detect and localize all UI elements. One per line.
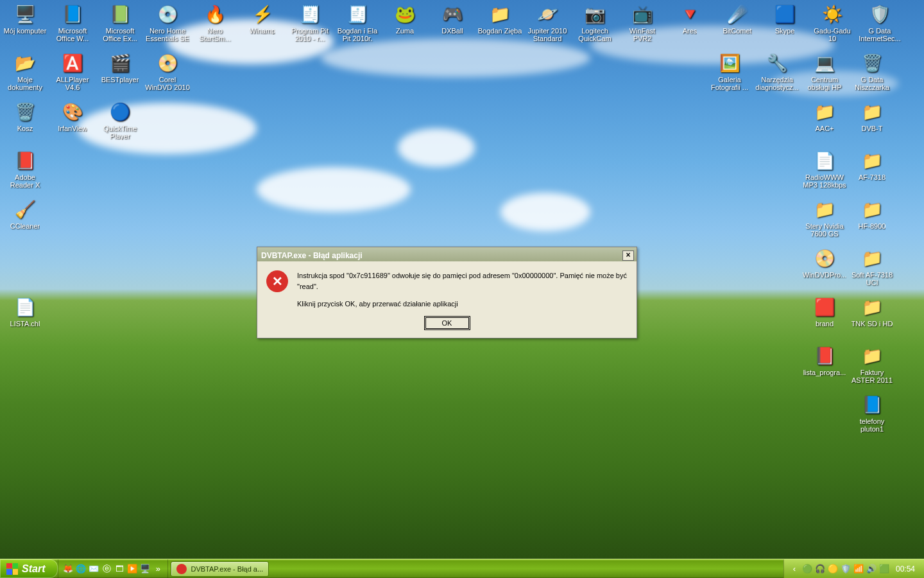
icon-label: WinDVDPro... xyxy=(803,271,846,279)
icon-label: AAC+ xyxy=(815,125,834,132)
file-icon: 💻 xyxy=(813,51,836,74)
desktop-icon[interactable]: 📄LISTA.chl xyxy=(1,294,49,329)
desktop-icon[interactable]: 🔧Narzędzia diagnostycz... xyxy=(753,50,801,92)
tray-icon[interactable]: 🛡️ xyxy=(841,564,851,574)
desktop-icon[interactable]: 📄RadioWWW MP3 128kbps xyxy=(801,148,848,190)
desktop-icon[interactable]: 📺WinFast PVR2 xyxy=(619,1,666,44)
desktop-icon[interactable]: 📀Corel WinDVD 2010 xyxy=(144,50,191,92)
file-icon: 🔻 xyxy=(678,3,701,26)
icon-label: ALLPlayer V4.6 xyxy=(50,76,95,91)
file-icon: 🧾 xyxy=(298,3,321,26)
desktop-icon[interactable]: 🛡️G Data InternetSec... xyxy=(856,1,903,44)
icon-label: Moje dokumenty xyxy=(3,76,47,91)
task-dvbtap[interactable]: DVBTAP.exe - Błąd a... xyxy=(171,561,269,577)
tray-icon[interactable]: 🟩 xyxy=(879,564,889,574)
ok-button[interactable]: OK xyxy=(424,316,470,330)
start-button[interactable]: Start xyxy=(0,559,58,578)
file-icon: 📁 xyxy=(860,344,884,367)
icon-label: LISTA.chl xyxy=(10,320,40,328)
dialog-titlebar[interactable]: DVBTAP.exe - Błąd aplikacji × xyxy=(257,247,637,261)
file-icon: 📀 xyxy=(813,247,836,270)
desktop-icon[interactable]: 🧾Program Pit 2010 - r... xyxy=(286,1,334,44)
desktop-icon[interactable]: 🧹CCleaner xyxy=(1,197,49,231)
desktop-icon[interactable]: 📁Bogdan Zięba xyxy=(476,1,524,36)
ql-explorer-icon[interactable]: 🗔 xyxy=(114,563,125,575)
file-icon: 📁 xyxy=(813,100,836,123)
desktop-icon[interactable]: 📕lista_progra... xyxy=(801,343,848,378)
file-icon: 📕 xyxy=(813,344,836,367)
desktop-icon[interactable]: 🎬BESTplayer xyxy=(96,50,144,85)
desktop-icon[interactable]: ☄️BitComet xyxy=(714,1,761,36)
dialog-title: DVBTAP.exe - Błąd aplikacji xyxy=(261,251,363,260)
desktop-icon[interactable]: 🎮DXBall xyxy=(429,1,476,36)
desktop-icon[interactable]: 🐸Zuma xyxy=(381,1,429,36)
desktop-icon[interactable]: 📂Moje dokumenty xyxy=(1,50,49,92)
desktop-icon[interactable]: 📗Microsoft Office Ex... xyxy=(96,1,144,44)
close-icon[interactable]: × xyxy=(622,250,634,261)
ql-desktop-icon[interactable]: 🖥️ xyxy=(139,563,151,575)
desktop-icon[interactable]: 🖥️Mój komputer xyxy=(1,1,49,36)
tray-icon[interactable]: 🔊 xyxy=(866,564,877,574)
desktop-icon[interactable]: 📁Stery Nvidia 7600 GS xyxy=(801,197,848,239)
file-icon: ☀️ xyxy=(821,3,844,26)
desktop-icon[interactable]: 💿Nero Home Essentials SE xyxy=(144,1,191,44)
desktop-icon[interactable]: 📁DVB-T xyxy=(848,99,896,134)
desktop-icon[interactable]: 📘telefony pluton1 xyxy=(848,392,896,434)
desktop-icon[interactable]: 📘Microsoft Office W... xyxy=(49,1,96,44)
desktop-icon[interactable]: 🎨IrfanView xyxy=(49,99,96,134)
tray-icon[interactable]: 🎧 xyxy=(815,564,825,574)
tray-chevron-icon[interactable]: ‹ xyxy=(789,564,800,574)
ql-firefox-icon[interactable]: 🦊 xyxy=(62,563,74,575)
desktop-icon[interactable]: 📁HF-8900 xyxy=(848,197,896,231)
desktop-icon[interactable]: 🟦Skype xyxy=(761,1,809,36)
icon-label: G Data InternetSec... xyxy=(857,27,902,42)
desktop-icon[interactable]: 📕Adobe Reader X xyxy=(1,148,49,190)
desktop-icon[interactable]: 🪐Jupiter 2010 Standard xyxy=(524,1,571,44)
file-icon: 🟦 xyxy=(773,3,796,26)
file-icon: 🎨 xyxy=(61,100,84,123)
desktop-icon[interactable]: 🔵QuickTime Player xyxy=(96,99,144,141)
tray-icon[interactable]: 🟡 xyxy=(828,564,838,574)
ql-browser-icon[interactable]: 🌐 xyxy=(75,563,87,575)
ql-ie-icon[interactable]: ⓔ xyxy=(101,563,112,575)
task-label: DVBTAP.exe - Błąd a... xyxy=(191,565,263,573)
tray-icon[interactable]: 🟢 xyxy=(802,564,812,574)
desktop-icon[interactable]: 🗑️Kosz xyxy=(1,99,49,134)
icon-label: Mój komputer xyxy=(4,27,47,35)
desktop-icon[interactable]: 📷Logitech QuickCam xyxy=(571,1,619,44)
icon-label: CCleaner xyxy=(10,222,40,230)
desktop-icon[interactable]: 🔥Nero StartSm... xyxy=(191,1,239,44)
desktop-icon[interactable]: 🔻Ares xyxy=(666,1,714,36)
desktop-icon[interactable]: ⚡Winamp xyxy=(239,1,286,36)
file-icon: 📘 xyxy=(61,3,84,26)
desktop-icon[interactable]: 🗑️G Data Niszczarka xyxy=(848,50,896,92)
task-buttons: DVBTAP.exe - Błąd a... xyxy=(168,559,783,578)
clock[interactable]: 00:54 xyxy=(892,565,919,574)
desktop-icon[interactable]: 📀WinDVDPro... xyxy=(801,245,848,280)
desktop-icon[interactable]: 🟥brand xyxy=(801,294,848,329)
icon-label: brand xyxy=(816,320,834,328)
icon-label: HF-8900 xyxy=(859,222,886,230)
desktop-icon[interactable]: 📁AAC+ xyxy=(801,99,848,134)
ql-chevron-icon[interactable]: » xyxy=(152,563,164,575)
desktop-icon[interactable]: 🖼️Galeria Fotografii ... xyxy=(706,50,753,92)
desktop-icon[interactable]: 💻Centrum obsługi HP xyxy=(801,50,848,92)
file-icon: 📁 xyxy=(860,247,884,270)
desktop-icon[interactable]: 🅰️ALLPlayer V4.6 xyxy=(49,50,96,92)
tray-icon[interactable]: 📶 xyxy=(853,564,864,574)
desktop-icon[interactable]: 📁AF-7318 xyxy=(848,148,896,182)
file-icon: 📕 xyxy=(13,149,37,172)
desktop-icon[interactable]: 📁Faktury ASTER 2011 xyxy=(848,343,896,385)
ql-media-icon[interactable]: ▶️ xyxy=(126,563,138,575)
icon-label: Skype xyxy=(775,27,795,35)
desktop-icon[interactable]: ☀️Gadu-Gadu 10 xyxy=(809,1,856,44)
file-icon: ⚡ xyxy=(251,3,274,26)
desktop-icon[interactable]: 📁Soft AF-7318 UCI xyxy=(848,245,896,288)
dialog-message: Instrukcja spod "0x7c911689" odwołuje si… xyxy=(297,270,628,310)
desktop-icon[interactable]: 🧾Bogdan i Ela Pit 2010r. xyxy=(334,1,381,44)
file-icon: 🧹 xyxy=(13,198,37,221)
file-icon: 💿 xyxy=(156,3,179,26)
file-icon: 🖥️ xyxy=(13,3,37,26)
ql-mail-icon[interactable]: ✉️ xyxy=(88,563,99,575)
desktop-icon[interactable]: 📁TNK SD i HD xyxy=(848,294,896,329)
